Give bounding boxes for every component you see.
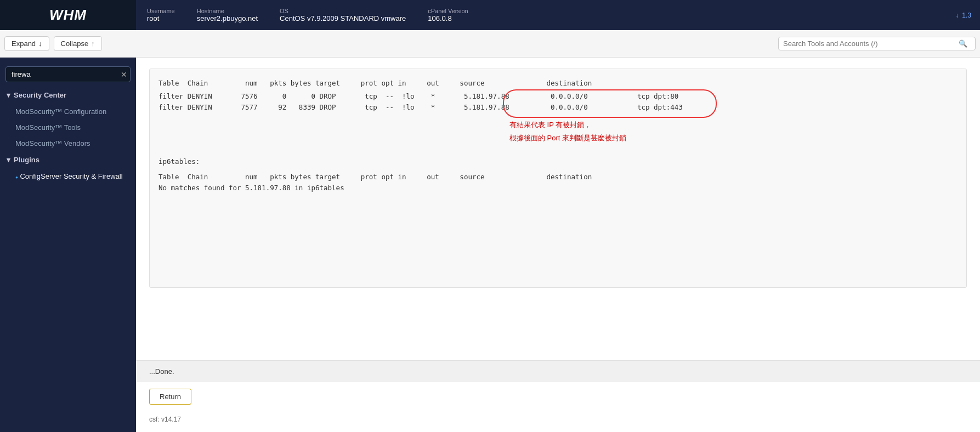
expand-label: Expand xyxy=(12,39,36,48)
done-text: ...Done. xyxy=(149,367,174,376)
os-label: OS xyxy=(280,8,406,14)
hostname-block: Hostname server2.pbuygo.net xyxy=(197,8,258,22)
plugins-header[interactable]: ▾ Plugins xyxy=(0,151,136,168)
collapse-button[interactable]: Collapse ↑ xyxy=(54,36,102,51)
logo: WHM xyxy=(49,7,87,24)
search-icon: 🔍 xyxy=(959,39,967,48)
update-text: 1.3 xyxy=(962,12,971,19)
top-header: WHM Username root Hostname server2.pbuyg… xyxy=(0,0,980,30)
sidebar: ✕ ▾ Security Center ModSecurity™ Configu… xyxy=(0,58,136,432)
update-area: ↓ 1.3 xyxy=(947,0,980,30)
annotation-line2: 根據後面的 Port 來判斷是甚麼被封鎖 xyxy=(509,133,958,144)
toolbar-right: 🔍 xyxy=(140,37,976,50)
main-layout: ✕ ▾ Security Center ModSecurity™ Configu… xyxy=(0,58,980,432)
version-line: csf: v14.17 xyxy=(136,411,980,432)
search-input[interactable] xyxy=(783,39,959,48)
return-label: Return xyxy=(160,393,181,401)
filter-clear-icon[interactable]: ✕ xyxy=(121,70,127,79)
toolbar-row: Expand ↓ Collapse ↑ 🔍 xyxy=(0,30,980,58)
done-line: ...Done. xyxy=(136,360,980,382)
return-button[interactable]: Return xyxy=(149,389,191,405)
username-label: Username xyxy=(147,8,175,14)
content-area: Table Chain num pkts bytes target prot o… xyxy=(136,58,980,432)
hostname-label: Hostname xyxy=(197,8,258,14)
search-filter-box: ✕ xyxy=(0,62,136,87)
annotation-block: 有結果代表 IP 有被封鎖， 根據後面的 Port 來判斷是甚麼被封鎖 xyxy=(509,120,958,143)
cpanel-block: cPanel Version 106.0.8 xyxy=(428,8,468,22)
annotation-line1: 有結果代表 IP 有被封鎖， xyxy=(509,120,958,130)
plugins-label: Plugins xyxy=(14,156,39,164)
table-row-1: filter DENYIN 7576 0 0 DROP tcp -- !lo *… xyxy=(158,91,958,102)
cpanel-label: cPanel Version xyxy=(428,8,468,14)
sidebar-item-modsecurity-vendors[interactable]: ModSecurity™ Vendors xyxy=(0,135,136,151)
content-inner: Table Chain num pkts bytes target prot o… xyxy=(136,58,980,360)
ip6tables-block: ip6tables: Table Chain num pkts bytes ta… xyxy=(158,156,958,194)
chevron-down-icon: ▾ xyxy=(7,156,10,164)
ip6tables-header: ip6tables: xyxy=(158,156,958,167)
sidebar-item-modsecurity-tools[interactable]: ModSecurity™ Tools xyxy=(0,120,136,135)
table-row-2: filter DENYIN 7577 92 8339 DROP tcp -- !… xyxy=(158,102,958,113)
username-value: root xyxy=(147,14,175,22)
collapse-icon: ↑ xyxy=(91,39,95,48)
search-box[interactable]: 🔍 xyxy=(778,37,976,50)
table-header: Table Chain num pkts bytes target prot o… xyxy=(158,78,958,89)
sidebar-item-csf[interactable]: ● ConfigServer Security & Firewall xyxy=(0,168,136,184)
cpanel-value: 106.0.8 xyxy=(428,14,468,22)
return-area: Return xyxy=(136,382,980,411)
bullet-icon: ● xyxy=(15,175,18,180)
server-info: Username root Hostname server2.pbuygo.ne… xyxy=(136,0,947,30)
ip6-table-header: Table Chain num pkts bytes target prot o… xyxy=(158,172,958,183)
expand-icon: ↓ xyxy=(38,39,42,48)
expand-button[interactable]: Expand ↓ xyxy=(4,36,49,51)
ip6-no-match: No matches found for 5.181.97.88 in ip6t… xyxy=(158,183,958,194)
logo-area: WHM xyxy=(0,0,136,30)
username-block: Username root xyxy=(147,8,175,22)
version-text: csf: v14.17 xyxy=(149,416,181,423)
hostname-value: server2.pbuygo.net xyxy=(197,14,258,22)
os-block: OS CentOS v7.9.2009 STANDARD vmware xyxy=(280,8,406,22)
output-box: Table Chain num pkts bytes target prot o… xyxy=(149,69,967,288)
filter-input[interactable] xyxy=(5,66,131,82)
toolbar-left: Expand ↓ Collapse ↑ xyxy=(4,36,140,51)
collapse-label: Collapse xyxy=(61,39,89,48)
os-value: CentOS v7.9.2009 STANDARD vmware xyxy=(280,14,406,22)
update-icon: ↓ xyxy=(955,12,959,19)
security-center-header[interactable]: ▾ Security Center xyxy=(0,87,136,104)
security-center-label: Security Center xyxy=(14,91,66,99)
chevron-down-icon: ▾ xyxy=(7,91,10,99)
sidebar-item-modsecurity-config[interactable]: ModSecurity™ Configuration xyxy=(0,104,136,120)
